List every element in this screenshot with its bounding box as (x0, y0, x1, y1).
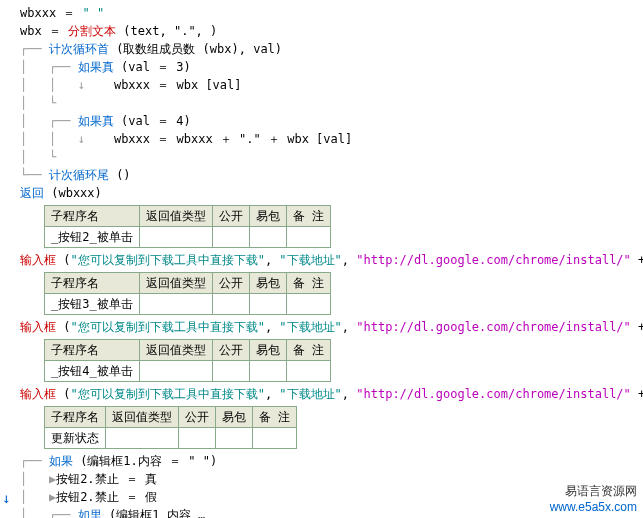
code-editor[interactable]: wbxxx ＝ " " wbx ＝ 分割文本 (text, ".", ) ┌──… (0, 0, 643, 518)
table-row[interactable]: 更新状态 (45, 428, 297, 449)
table-row[interactable]: _按钮4_被单击 (45, 361, 331, 382)
var: wbxxx (20, 6, 56, 20)
col-rettype: 返回值类型 (139, 206, 212, 227)
code-line: │ └ (20, 94, 639, 112)
col-pkg: 易包 (249, 206, 286, 227)
code-line: │ └ (20, 148, 639, 166)
code-line: │ ┌── 如里 (编辑框1 内容 … (20, 506, 639, 518)
subroutine-table: 子程序名返回值类型公开易包备 注 _按钮2_被单击 (44, 205, 331, 248)
code-line: wbxxx ＝ " " (20, 4, 639, 22)
code-line: ┌── 计次循环首 (取数组成员数 (wbx), val) (20, 40, 639, 58)
code-line: 输入框 ("您可以复制到下载工具中直接下载", "下载地址", "http://… (20, 385, 639, 403)
code-line: 输入框 ("您可以复制到下载工具中直接下载", "下载地址", "http://… (20, 251, 639, 269)
watermark-text: 易语言资源网 (565, 484, 637, 498)
table-row[interactable]: _按钮2_被单击 (45, 227, 331, 248)
code-line: │ │ ↓ wbxxx ＝ wbxxx ＋ "." ＋ wbx [val] (20, 130, 639, 148)
code-line: │ ▶按钮2.禁止 ＝ 真 (20, 470, 639, 488)
gutter-arrow-icon: ↓ (2, 490, 10, 506)
subroutine-table: 子程序名返回值类型公开易包备 注 _按钮3_被单击 (44, 272, 331, 315)
code-line: └── 计次循环尾 () (20, 166, 639, 184)
code-line: 输入框 ("您可以复制到下载工具中直接下载", "下载地址", "http://… (20, 318, 639, 336)
subroutine-table: 子程序名返回值类型公开易包备 注 _按钮4_被单击 (44, 339, 331, 382)
table-row[interactable]: _按钮3_被单击 (45, 294, 331, 315)
watermark: 易语言资源网 www.e5a5x.com (550, 483, 637, 514)
code-line: 返回 (wbxxx) (20, 184, 639, 202)
code-line: │ ┌── 如果真 (val ＝ 3) (20, 58, 639, 76)
code-line: │ │ ↓ wbxxx ＝ wbx [val] (20, 76, 639, 94)
code-line: │ ▶按钮2.禁止 ＝ 假 (20, 488, 639, 506)
col-public: 公开 (212, 206, 249, 227)
watermark-url: www.e5a5x.com (550, 500, 637, 514)
code-line: ┌── 如果 (编辑框1.内容 ＝ " ") (20, 452, 639, 470)
subroutine-table: 子程序名返回值类型公开易包备 注 更新状态 (44, 406, 297, 449)
col-note: 备 注 (286, 206, 330, 227)
col-name: 子程序名 (45, 206, 140, 227)
code-line: │ ┌── 如果真 (val ＝ 4) (20, 112, 639, 130)
code-line: wbx ＝ 分割文本 (text, ".", ) (20, 22, 639, 40)
